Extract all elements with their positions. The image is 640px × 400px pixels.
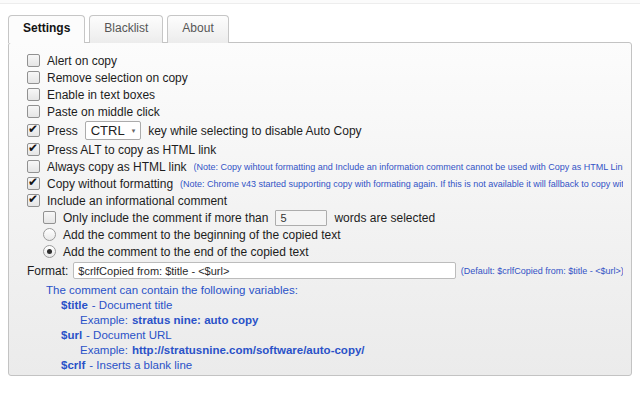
- ctrl-key-value: CTRL: [91, 123, 125, 138]
- only-include-row: Only include the comment if more than wo…: [33, 209, 623, 226]
- press-ctrl-label-after: key while selecting to disable Auto Copy: [148, 124, 361, 138]
- settings-panel: Alert on copy Remove selection on copy E…: [8, 42, 632, 376]
- variable-title-desc: - Document title: [92, 299, 173, 311]
- always-html-link-row: Always copy as HTML link (Note: Copy wih…: [17, 158, 623, 175]
- enable-text-boxes-checkbox[interactable]: [27, 88, 40, 101]
- variable-crlf-name: $crlf: [61, 359, 85, 371]
- only-include-label-before: Only include the comment if more than: [63, 211, 268, 225]
- variable-url-example-label: Example:: [80, 344, 128, 356]
- comment-beginning-row: Add the comment to the beginning of the …: [33, 226, 623, 243]
- position-beginning-label: Add the comment to the beginning of the …: [63, 228, 341, 242]
- include-comment-row: Include an informational comment: [17, 192, 623, 209]
- variable-title-example: Example:stratus nine: auto copy: [80, 313, 623, 328]
- only-include-label-after: words are selected: [334, 211, 435, 225]
- format-default-hint: (Default: $crlfCopied from: $title - <$u…: [461, 266, 623, 276]
- press-alt-label: Press ALT to copy as HTML link: [47, 143, 216, 157]
- copy-without-formatting-label: Copy without formatting: [47, 177, 173, 191]
- format-input[interactable]: [73, 262, 455, 279]
- option-row: Enable in text boxes: [17, 86, 623, 103]
- chevron-down-icon: ▾: [132, 127, 136, 135]
- variable-url-desc: - Document URL: [86, 329, 172, 341]
- words-count-input[interactable]: [275, 210, 327, 226]
- press-ctrl-checkbox[interactable]: [27, 124, 40, 137]
- copy-without-formatting-checkbox[interactable]: [27, 177, 40, 190]
- tab-about[interactable]: About: [167, 15, 228, 43]
- ctrl-key-select[interactable]: CTRL ▾: [85, 121, 141, 140]
- format-label: Format:: [27, 264, 68, 278]
- variable-title-name: $title: [61, 299, 88, 311]
- variables-help: The comment can contain the following va…: [17, 283, 623, 373]
- press-ctrl-label-before: Press: [47, 124, 78, 138]
- option-row: Alert on copy: [17, 52, 623, 69]
- include-comment-checkbox[interactable]: [27, 194, 40, 207]
- press-ctrl-row: Press CTRL ▾ key while selecting to disa…: [17, 120, 623, 141]
- remove-selection-checkbox[interactable]: [27, 71, 40, 84]
- variable-crlf-desc: - Inserts a blank line: [89, 359, 192, 371]
- always-html-link-label: Always copy as HTML link: [47, 160, 187, 174]
- variable-url-example: Example:http://stratusnine.com/software/…: [80, 343, 623, 358]
- enable-text-boxes-label: Enable in text boxes: [47, 88, 155, 102]
- variable-url-example-value: http://stratusnine.com/software/auto-cop…: [132, 344, 365, 356]
- remove-selection-label: Remove selection on copy: [47, 71, 188, 85]
- format-row: Format: (Default: $crlfCopied from: $tit…: [17, 260, 623, 281]
- variable-url: $url- Document URL: [61, 328, 623, 343]
- option-row: Remove selection on copy: [17, 69, 623, 86]
- paste-middle-click-label: Paste on middle click: [47, 105, 160, 119]
- always-html-link-note: (Note: Copy wihtout formatting and Inclu…: [194, 162, 623, 172]
- variable-title-example-label: Example:: [80, 314, 128, 326]
- alert-on-copy-label: Alert on copy: [47, 54, 117, 68]
- tab-settings[interactable]: Settings: [8, 15, 85, 43]
- variable-title: $title- Document title: [61, 298, 623, 313]
- alert-on-copy-checkbox[interactable]: [27, 54, 40, 67]
- copy-without-formatting-note: (Note: Chrome v43 started supporting cop…: [180, 179, 623, 189]
- option-row: Paste on middle click: [17, 103, 623, 120]
- position-end-radio[interactable]: [43, 245, 56, 258]
- variables-intro: The comment can contain the following va…: [46, 283, 623, 298]
- press-alt-row: Press ALT to copy as HTML link: [17, 141, 623, 158]
- variable-url-name: $url: [61, 329, 82, 341]
- tab-blacklist[interactable]: Blacklist: [89, 15, 163, 43]
- copy-without-formatting-row: Copy without formatting (Note: Chrome v4…: [17, 175, 623, 192]
- always-html-link-checkbox[interactable]: [27, 160, 40, 173]
- top-strip: [0, 0, 640, 4]
- variable-title-example-value: stratus nine: auto copy: [132, 314, 259, 326]
- options-page: Settings Blacklist About Alert on copy R…: [0, 0, 640, 400]
- position-beginning-radio[interactable]: [43, 228, 56, 241]
- include-comment-label: Include an informational comment: [47, 194, 227, 208]
- comment-end-row: Add the comment to the end of the copied…: [33, 243, 623, 260]
- variable-crlf: $crlf- Inserts a blank line: [61, 358, 623, 373]
- position-end-label: Add the comment to the end of the copied…: [63, 245, 309, 259]
- only-include-checkbox[interactable]: [43, 211, 56, 224]
- press-alt-checkbox[interactable]: [27, 143, 40, 156]
- tab-bar: Settings Blacklist About: [0, 15, 640, 42]
- paste-middle-click-checkbox[interactable]: [27, 105, 40, 118]
